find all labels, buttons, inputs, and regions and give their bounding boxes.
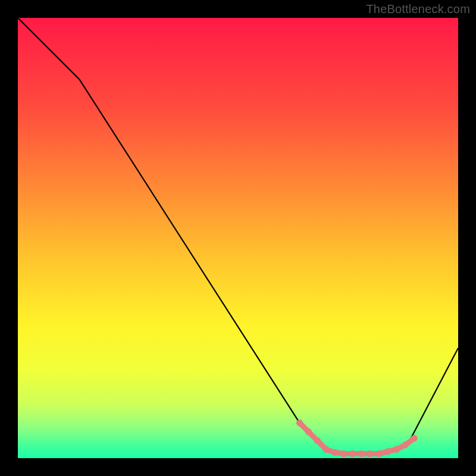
svg-point-14 — [305, 428, 311, 434]
svg-point-24 — [393, 446, 399, 452]
svg-point-16 — [323, 446, 329, 452]
svg-point-23 — [384, 449, 390, 455]
svg-point-17 — [332, 449, 338, 455]
svg-point-21 — [367, 450, 373, 456]
svg-point-13 — [296, 420, 302, 426]
svg-point-25 — [402, 442, 408, 448]
chart-frame: TheBottleneck.com — [0, 0, 476, 476]
svg-point-15 — [314, 437, 320, 443]
svg-point-20 — [358, 450, 364, 456]
svg-point-26 — [411, 436, 417, 441]
chart-svg — [18, 18, 458, 458]
gradient-background — [18, 18, 458, 458]
svg-point-18 — [340, 450, 346, 456]
plot-area — [18, 18, 458, 458]
watermark-text: TheBottleneck.com — [366, 2, 470, 16]
svg-point-19 — [349, 450, 355, 456]
svg-point-22 — [376, 450, 382, 456]
